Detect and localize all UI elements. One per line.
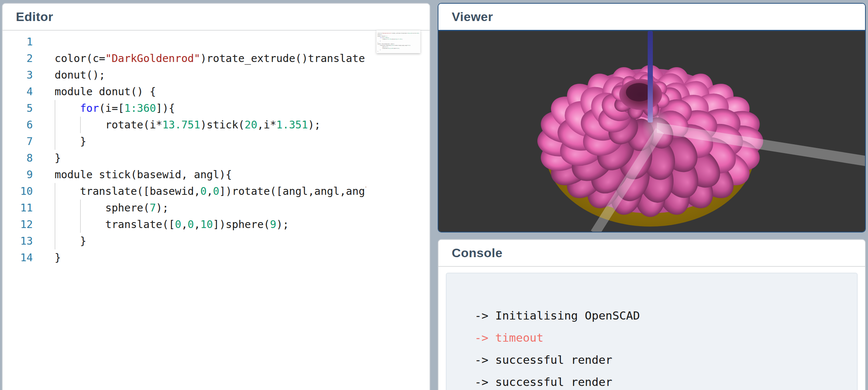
code-line[interactable]: 2color(c="DarkGoldenrod")rotate_extrude(… xyxy=(3,50,366,67)
console-message: -> successful render xyxy=(475,371,857,390)
line-number: 3 xyxy=(3,67,33,83)
code-text: translate([basewid,0,0])rotate([angl,ang… xyxy=(33,183,366,200)
code-editor[interactable]: 12color(c="DarkGoldenrod")rotate_extrude… xyxy=(3,31,430,266)
code-text: color(c="DarkGoldenrod")rotate_extrude()… xyxy=(33,50,366,67)
code-text: module donut() { xyxy=(33,83,156,100)
code-token: 1:360 xyxy=(124,102,156,114)
code-token: , xyxy=(194,218,200,231)
code-token: ); xyxy=(418,32,419,34)
line-number: 14 xyxy=(3,249,33,266)
code-token: 13.751 xyxy=(162,119,200,131)
console-message: -> successful render xyxy=(475,349,857,371)
console-header: Console xyxy=(438,240,865,267)
code-token: } xyxy=(55,252,61,264)
code-token: 7 xyxy=(149,202,156,214)
viewer-3d-scene xyxy=(438,31,865,232)
indent-guide xyxy=(80,216,81,233)
code-token: ,i* xyxy=(257,119,276,131)
minimap-line: color(c="DarkGoldenrod")rotate_extrude()… xyxy=(378,32,420,34)
code-token: "DarkGoldenrod" xyxy=(105,52,200,65)
editor-minimap[interactable]: color(c="DarkGoldenrod")rotate_extrude()… xyxy=(376,30,420,53)
line-number: 6 xyxy=(3,117,33,133)
code-token: donut(); xyxy=(55,69,105,81)
code-line[interactable]: 6 rotate(i*13.751)stick(20,i*1.351); xyxy=(3,117,366,133)
code-line[interactable]: 12 translate([0,0,10])sphere(9); xyxy=(3,216,366,233)
code-line[interactable]: 7 } xyxy=(3,133,366,150)
code-token: rotate(i* xyxy=(55,119,162,131)
line-number: 8 xyxy=(3,150,33,166)
code-token: } xyxy=(55,152,61,164)
viewer-header: Viewer xyxy=(438,4,865,31)
code-text: for(i=[1:360]){ xyxy=(33,100,175,117)
code-token: module donut() { xyxy=(55,86,156,98)
code-token: (i=[ xyxy=(99,102,124,114)
code-token: )stick( xyxy=(391,38,395,40)
line-number: 7 xyxy=(3,133,33,150)
code-token: } xyxy=(55,235,86,247)
code-token: ); xyxy=(402,38,403,40)
code-token: ])circle( xyxy=(411,32,417,34)
code-token: } xyxy=(55,135,86,148)
code-line[interactable]: 8} xyxy=(3,150,366,166)
console-panel: Console -> Initialising OpenSCAD-> timeo… xyxy=(438,239,866,390)
code-token: ); xyxy=(156,202,169,214)
indent-guide xyxy=(55,133,55,150)
viewer-panel: Viewer xyxy=(438,3,866,232)
code-token: "DarkGoldenrod" xyxy=(382,32,391,34)
console-output[interactable]: -> Initialising OpenSCAD-> timeout-> suc… xyxy=(446,273,858,390)
line-number: 1 xyxy=(3,34,33,50)
line-number: 9 xyxy=(3,166,33,183)
code-line[interactable]: 5 for(i=[1:360]){ xyxy=(3,100,366,117)
code-token: 0 xyxy=(213,185,219,197)
code-token: )rotate_extrude()translate([ xyxy=(200,52,366,65)
console-message: -> timeout xyxy=(475,327,857,349)
code-text: translate([0,0,10])sphere(9); xyxy=(33,216,289,233)
viewer-title: Viewer xyxy=(452,10,493,24)
editor-title: Editor xyxy=(16,10,53,24)
code-token: )stick( xyxy=(200,119,245,131)
line-number: 13 xyxy=(3,233,33,249)
editor-panel: Editor 12color(c="DarkGoldenrod")rotate_… xyxy=(2,3,430,390)
code-line[interactable]: 4module donut() { xyxy=(3,83,366,100)
indent-guide xyxy=(80,117,81,133)
code-token: 0 xyxy=(200,185,207,197)
code-token: for xyxy=(80,102,99,114)
code-token: ])rotate([angl,angl,angl* xyxy=(393,45,408,46)
indent-guide xyxy=(55,117,55,133)
console-title: Console xyxy=(452,246,503,260)
line-number: 11 xyxy=(3,200,33,216)
indent-guide xyxy=(80,200,81,216)
viewer-3d-canvas[interactable] xyxy=(438,31,865,232)
code-token: sphere( xyxy=(55,202,149,214)
minimap-line: } xyxy=(378,51,420,52)
code-token: 1.351 xyxy=(399,38,402,40)
code-token: , xyxy=(207,185,213,197)
code-line[interactable]: 9module stick(basewid, angl){ xyxy=(3,166,366,183)
line-number: 2 xyxy=(3,50,33,67)
code-text: module stick(basewid, angl){ xyxy=(33,166,232,183)
line-number: 12 xyxy=(3,216,33,233)
code-token: 1.351 xyxy=(276,119,308,131)
code-token: 0 xyxy=(175,218,181,231)
code-token: ); xyxy=(308,119,320,131)
code-line[interactable]: 13 } xyxy=(3,233,366,249)
code-token: 20 xyxy=(245,119,257,131)
code-line[interactable]: 1 xyxy=(3,34,366,50)
code-line[interactable]: 11 sphere(7); xyxy=(3,200,366,216)
code-text: } xyxy=(33,249,61,266)
code-token: color(c= xyxy=(55,52,105,65)
code-line[interactable]: 14} xyxy=(3,249,366,266)
code-line[interactable]: 3donut(); xyxy=(3,67,366,83)
code-token: ])sphere( xyxy=(393,48,398,49)
indent-guide xyxy=(55,216,55,233)
editor-header: Editor xyxy=(3,4,430,31)
code-token: ])rotate([angl,angl,angl* xyxy=(219,185,366,197)
code-token: ]){ xyxy=(409,45,410,46)
code-text xyxy=(33,34,55,50)
code-line[interactable]: 10 translate([basewid,0,0])rotate([angl,… xyxy=(3,183,366,200)
code-token: ]){ xyxy=(156,102,175,114)
code-text: } xyxy=(33,233,86,249)
code-text: rotate(i*13.751)stick(20,i*1.351); xyxy=(33,117,321,133)
z-axis-line xyxy=(648,31,653,122)
code-text: sphere(7); xyxy=(33,200,169,216)
